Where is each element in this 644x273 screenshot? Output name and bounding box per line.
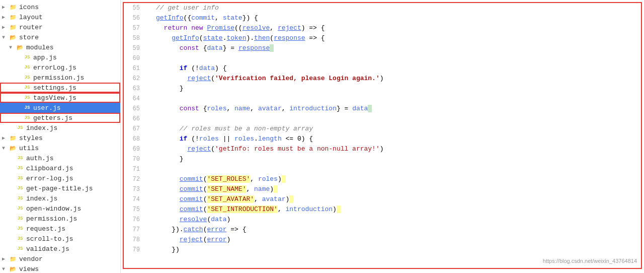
watermark: https://blog.csdn.net/weixin_43764814 — [543, 258, 637, 264]
sidebar-item-layout[interactable]: ▶ 📁 layout — [0, 12, 120, 22]
sidebar-item-label: scroll-to.js — [26, 235, 120, 243]
line-content: } — [154, 84, 641, 94]
line-number: 66 — [124, 114, 144, 124]
line-content: getInfo(state.token).then(response => { — [154, 33, 641, 43]
sidebar-item-label: getters.js — [33, 114, 120, 122]
sidebar-item-label: user.js — [33, 104, 120, 112]
sidebar-item-styles[interactable]: ▶ 📁 styles — [0, 133, 120, 143]
folder-icon: 📁 — [9, 13, 17, 21]
js-file-icon: JS — [23, 53, 31, 61]
js-file-icon: JS — [23, 63, 31, 72]
sidebar-item-auth-js[interactable]: JS auth.js — [0, 153, 120, 163]
spacer — [9, 196, 16, 201]
js-file-icon: JS — [16, 215, 24, 223]
code-line: 65 const {roles, name, avatar, introduct… — [124, 104, 641, 114]
code-line: 63 } — [124, 84, 641, 94]
arrow-icon: ▼ — [2, 35, 9, 40]
code-line: 79 }) — [124, 245, 641, 255]
code-line: 59 const {data} = response — [124, 43, 641, 53]
line-number: 69 — [124, 144, 144, 154]
sidebar-item-label: clipboard.js — [26, 165, 120, 172]
sidebar-item-utils-permission-js[interactable]: JS permission.js — [0, 214, 120, 224]
sidebar-item-validate-js[interactable]: JS validate.js — [0, 244, 120, 254]
sidebar-item-store[interactable]: ▼ 📂 store — [0, 32, 120, 42]
line-number: 65 — [124, 104, 144, 114]
arrow-icon: ▼ — [2, 146, 9, 151]
line-number: 74 — [124, 194, 144, 204]
js-file-icon: JS — [23, 104, 31, 112]
sidebar-item-views[interactable]: ▼ 📂 views — [0, 264, 120, 273]
line-number: 70 — [124, 154, 144, 164]
arrow-icon: ▶ — [2, 135, 9, 141]
code-line: 72 commit('SET_ROLES', roles) — [124, 174, 641, 184]
sidebar-item-error-log-js[interactable]: JS error-log.js — [0, 173, 120, 183]
folder-icon: 📂 — [9, 144, 17, 152]
line-content: if (!data) { — [154, 63, 641, 74]
sidebar-item-router[interactable]: ▶ 📁 router — [0, 22, 120, 32]
sidebar-item-request-js[interactable]: JS request.js — [0, 224, 120, 234]
spacer — [16, 115, 23, 121]
line-content: // get user info — [154, 3, 641, 13]
spacer — [9, 156, 16, 161]
code-line: 74 commit('SET_AVATAR', avatar) — [124, 194, 641, 204]
sidebar-item-get-page-title-js[interactable]: JS get-page-title.js — [0, 183, 120, 193]
code-line: 61 if (!data) { — [124, 63, 641, 74]
sidebar-item-scroll-to-js[interactable]: JS scroll-to.js — [0, 234, 120, 244]
arrow-icon: ▶ — [2, 14, 9, 20]
sidebar-item-store-index-js[interactable]: JS index.js — [0, 123, 120, 133]
folder-icon: 📁 — [9, 134, 17, 142]
sidebar-item-utils[interactable]: ▼ 📂 utils — [0, 143, 120, 153]
code-line: 58 getInfo(state.token).then(response =>… — [124, 33, 641, 43]
sidebar-item-label: store — [19, 34, 120, 41]
line-content: if (!roles || roles.length <= 0) { — [154, 134, 641, 144]
js-file-icon: JS — [16, 235, 24, 243]
spacer — [9, 246, 16, 252]
js-file-icon: JS — [16, 154, 24, 162]
line-number: 68 — [124, 134, 144, 144]
code-line: 55 // get user info — [124, 3, 641, 13]
sidebar-item-getters-js[interactable]: JS getters.js — [0, 113, 120, 123]
code-line: 70 } — [124, 154, 641, 164]
code-line: 71 — [124, 164, 641, 174]
sidebar-item-errorlog-js[interactable]: JS errorLog.js — [0, 62, 120, 73]
line-number: 75 — [124, 204, 144, 215]
spacer — [9, 125, 16, 131]
sidebar-item-tagsview-js[interactable]: JS tagsView.js — [0, 93, 120, 103]
spacer — [16, 55, 23, 60]
sidebar-item-label: views — [19, 265, 120, 273]
code-editor: 55 // get user info 56 getInfo({commit, … — [121, 0, 644, 273]
sidebar-item-label: settings.js — [33, 84, 120, 92]
spacer — [16, 95, 23, 101]
line-number: 62 — [124, 74, 144, 84]
sidebar-item-modules[interactable]: ▼ 📂 modules — [0, 42, 120, 52]
line-number: 76 — [124, 215, 144, 225]
spacer — [9, 216, 16, 222]
line-content: getInfo({commit, state}) { — [154, 13, 641, 23]
sidebar-item-label: vendor — [19, 255, 120, 263]
sidebar-item-vendor[interactable]: ▶ 📁 vendor — [0, 254, 120, 264]
sidebar-item-label: layout — [19, 14, 120, 21]
line-number: 59 — [124, 43, 144, 53]
sidebar-item-settings-js[interactable]: JS settings.js — [0, 83, 120, 93]
line-content: commit('SET_NAME', name) — [154, 184, 641, 194]
sidebar-item-label: auth.js — [26, 155, 120, 162]
sidebar-item-open-window-js[interactable]: JS open-window.js — [0, 203, 120, 214]
spacer — [9, 236, 16, 242]
spacer — [9, 226, 16, 232]
js-file-icon: JS — [16, 124, 24, 132]
spacer — [9, 166, 16, 171]
sidebar-item-utils-index-js[interactable]: JS index.js — [0, 193, 120, 203]
line-number: 79 — [124, 245, 144, 255]
folder-icon: 📁 — [9, 23, 17, 31]
sidebar-item-user-js[interactable]: JS user.js — [0, 103, 120, 113]
sidebar-item-label: get-page-title.js — [26, 185, 120, 192]
spacer — [16, 105, 23, 111]
sidebar-item-icons[interactable]: ▶ 📁 icons — [0, 2, 120, 12]
code-line: 78 reject(error) — [124, 235, 641, 245]
sidebar-item-permission-js[interactable]: JS permission.js — [0, 73, 120, 83]
code-line: 64 — [124, 94, 641, 104]
code-line: 77 }).catch(error => { — [124, 225, 641, 235]
js-file-icon: JS — [16, 174, 24, 182]
sidebar-item-app-js[interactable]: JS app.js — [0, 52, 120, 62]
sidebar-item-clipboard-js[interactable]: JS clipboard.js — [0, 163, 120, 173]
